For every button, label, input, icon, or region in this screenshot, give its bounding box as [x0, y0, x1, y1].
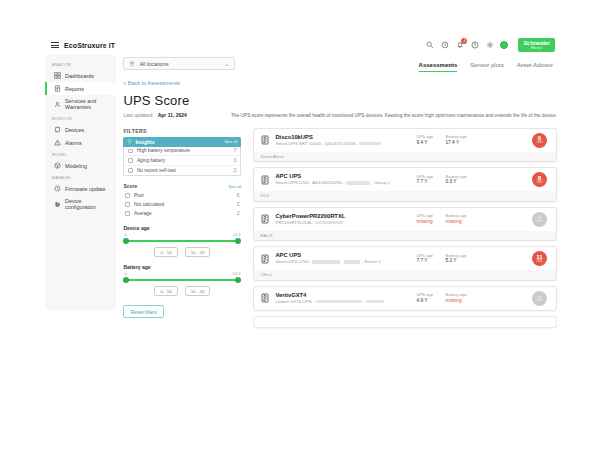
- device-age-range-buttons: 0 - 10 10 - 20: [123, 247, 241, 257]
- devices-icon: [54, 126, 61, 133]
- filter-row-not-calculated[interactable]: Not calculated2: [123, 200, 241, 209]
- ups-card[interactable]: Disco10kUPSSmart-UPS SRT 10000 - QS14471…: [254, 129, 556, 152]
- ups-name-block: CyberPowerPR2200RTXLPR2200RTXL2UA -: [275, 213, 411, 226]
- reset-filters-button[interactable]: Reset filters: [123, 305, 163, 318]
- schneider-electric-logo[interactable]: Schneider Electric: [518, 38, 555, 52]
- history-icon[interactable]: [440, 41, 449, 50]
- battery-age-value: 17.4 Y: [445, 140, 527, 146]
- ups-age-column: UPS age4.9 Y: [416, 292, 440, 304]
- tab-assessments[interactable]: Assessments: [419, 62, 458, 72]
- score-caption: /100: [537, 299, 543, 303]
- filter-row-aging-battery[interactable]: Aging battery3: [124, 156, 240, 166]
- group-location-label: Office: [254, 270, 556, 280]
- device-age-filter: Device age 0 14.3 0 - 10: [123, 225, 241, 257]
- score-see-all-link[interactable]: See all: [229, 184, 242, 189]
- insights-see-all-link[interactable]: See all: [225, 139, 238, 144]
- page: EcoStruxure IT 4: [0, 0, 600, 450]
- ups-subtitle: Smart-UPS 2200 - - - Server 1: [275, 259, 411, 265]
- sidebar-item-reports[interactable]: Reports: [45, 82, 116, 95]
- insights-filter-rows: High battery temperature7Aging battery3N…: [123, 147, 241, 177]
- sidebar-item-modeling[interactable]: Modeling: [45, 159, 116, 172]
- ups-age-column: UPS agemissing: [416, 213, 440, 225]
- user-avatar[interactable]: [500, 41, 508, 49]
- ups-age-column: UPS age7.7 Y: [416, 253, 440, 265]
- sidebar-item-dashboards[interactable]: Dashboards: [45, 69, 116, 82]
- ups-name: APC UPS: [275, 173, 411, 180]
- sidebar-item-services-and-warranties[interactable]: Services and Warranties: [45, 95, 116, 113]
- insights-filter-header[interactable]: Insights See all: [123, 137, 241, 147]
- app-body: AnalyzeDashboardsReportsServices and War…: [45, 55, 557, 328]
- sidebar-section-label: Model: [45, 149, 116, 159]
- checkbox[interactable]: [125, 202, 130, 207]
- subtitle-text: - Server 1: [360, 259, 381, 264]
- sidebar-item-label: Reports: [65, 86, 84, 92]
- back-link-label: Back to Assessments: [128, 80, 180, 86]
- group-location-label: DC1: [254, 191, 556, 201]
- filter-count: 7: [234, 148, 237, 153]
- ups-age-value: 9.4 Y: [416, 140, 440, 146]
- menu-icon[interactable]: [51, 41, 59, 50]
- filter-row-high-battery-temperature[interactable]: High battery temperature7: [124, 147, 240, 157]
- search-icon[interactable]: [425, 41, 434, 50]
- sidebar-section-label: Monitor: [45, 113, 116, 123]
- score-badge: --/100: [532, 291, 547, 306]
- last-updated-label: Last updated:: [123, 112, 153, 118]
- tab-asset-advisor[interactable]: Asset Advisor: [517, 62, 553, 72]
- score-badge: 11/100: [532, 251, 547, 266]
- notifications-bell-icon[interactable]: 4: [455, 41, 464, 50]
- sidebar-item-devices[interactable]: Devices: [45, 123, 116, 136]
- ups-device-icon: [260, 135, 270, 145]
- battery-age-slider[interactable]: [125, 276, 239, 283]
- filter-label: High battery temperature: [137, 148, 230, 153]
- top-bar: EcoStruxure IT 4: [45, 35, 557, 55]
- score-badge: 6/100: [532, 133, 547, 148]
- slider-track: [125, 240, 239, 242]
- sidebar-item-alarms[interactable]: Alarms: [45, 136, 116, 149]
- ups-card[interactable]: APC UPSSmart-UPS 2200 - - - Server 1UPS …: [254, 247, 556, 270]
- checkbox[interactable]: [128, 158, 133, 163]
- back-link[interactable]: ‹ Back to Assessments: [123, 80, 180, 86]
- checkbox[interactable]: [125, 211, 130, 216]
- battery-age-value: 0.3 Y: [445, 179, 527, 185]
- subtitle-text: Smart-UPS SRT 10000 - QS1447172406 -: [275, 141, 359, 146]
- checkbox[interactable]: [125, 193, 130, 198]
- ups-device-icon: [260, 214, 270, 224]
- help-icon[interactable]: [470, 41, 479, 50]
- redacted-text: [359, 142, 381, 146]
- filter-row-average[interactable]: Average2: [123, 209, 241, 218]
- ups-group: APC UPSSmart-UPS 2200 - - - Server 1UPS …: [253, 246, 557, 281]
- sidebar-item-firmware-update[interactable]: Firmware update: [45, 182, 116, 195]
- slider-handle-min[interactable]: [123, 277, 129, 283]
- location-selector-value: All locations: [139, 61, 220, 67]
- subtitle-text: Smart-UPS 2200 -: [275, 259, 312, 264]
- battery-age-value: missing: [445, 298, 527, 304]
- device-age-range-10-20-button[interactable]: 10 - 20: [185, 247, 211, 257]
- battery-age-value: 5.2 Y: [445, 258, 527, 264]
- ups-card[interactable]: APC UPSSmart-UPS 2200 - AS1105230260 - -…: [254, 168, 556, 191]
- filter-row-no-recent-self-test[interactable]: No recent self-test2: [124, 166, 240, 176]
- top-bar-right: 4 Schneider Electric: [425, 38, 555, 52]
- ups-card[interactable]: CyberPowerPR2200RTXLPR2200RTXL2UA - UPS …: [254, 208, 556, 231]
- settings-gear-icon[interactable]: [485, 41, 494, 50]
- device-age-range-0-10-button[interactable]: 0 - 10: [154, 247, 177, 257]
- slider-track: [125, 279, 239, 281]
- battery-age-range-0-10-button[interactable]: 0 - 10: [154, 286, 177, 296]
- device-age-label: Device age: [123, 225, 241, 231]
- checkbox[interactable]: [128, 168, 133, 173]
- sidebar-item-device-configuration[interactable]: Device configuration: [45, 195, 116, 213]
- filter-row-poor[interactable]: Poor6: [123, 191, 241, 200]
- group-location-label: South Africa: [254, 152, 556, 162]
- tab-sensor-plots[interactable]: Sensor plots: [470, 62, 503, 72]
- slider-handle-max[interactable]: [235, 238, 241, 244]
- redacted-text: [315, 221, 343, 225]
- ups-card[interactable]: VertivGXT4Liebert GXT4 UPS - - UPS age4.…: [254, 287, 556, 310]
- location-selector[interactable]: All locations ⌄: [123, 57, 235, 70]
- battery-age-range-10-20-button[interactable]: 10 - 20: [185, 286, 211, 296]
- device-age-slider[interactable]: [125, 237, 239, 244]
- battery-age-column: Battery age0.3 Y: [445, 174, 527, 186]
- slider-handle-min[interactable]: [123, 238, 129, 244]
- score-caption: /100: [537, 141, 543, 145]
- checkbox[interactable]: [128, 149, 133, 154]
- dashboards-icon: [54, 72, 61, 79]
- slider-handle-max[interactable]: [235, 277, 241, 283]
